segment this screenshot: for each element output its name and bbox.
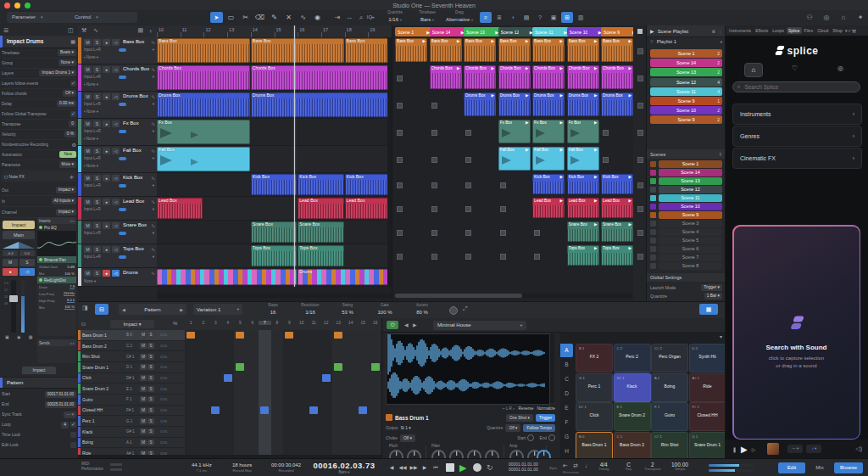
- track-header[interactable]: MS●◁Tops Box∿Input L+R▾: [78, 244, 157, 268]
- gear-icon[interactable]: ⚙: [72, 142, 76, 148]
- pattern-param-accent[interactable]: Accent80 %: [405, 304, 439, 315]
- solo-button[interactable]: S: [93, 246, 101, 253]
- clip-play-icon[interactable]: ▶: [526, 65, 528, 72]
- record-arm-button[interactable]: ●: [103, 270, 110, 277]
- track-header[interactable]: MS●◁Bass Box∿Input L+R▾▪ None ▾: [78, 37, 157, 64]
- checkbox-checked[interactable]: ✓: [70, 111, 76, 117]
- checkbox-checked[interactable]: ✓: [70, 81, 76, 87]
- bank-tab-A[interactable]: A: [560, 344, 573, 357]
- inspector-row-value[interactable]: 0.00 ms: [57, 100, 76, 107]
- scene-list-item[interactable]: Scene 8: [650, 262, 722, 270]
- pad-rim-shot[interactable]: C# 1Rim Shot: [651, 432, 688, 460]
- pad-snare-drum-1[interactable]: D 1Snare Drum 1: [689, 432, 726, 460]
- lane-solo-button[interactable]: S: [147, 343, 154, 349]
- launcher-clip[interactable]: Drums Box▶: [567, 92, 599, 116]
- launcher-clip[interactable]: Bass Box▶: [498, 38, 531, 62]
- wrench-icon[interactable]: ⚒: [81, 27, 86, 34]
- monitor-button[interactable]: ◁: [112, 39, 120, 46]
- pattern-step-cell[interactable]: [236, 363, 244, 371]
- user-icon[interactable]: ⚇: [804, 12, 815, 23]
- launcher-clip[interactable]: Lead Box▶: [532, 198, 565, 218]
- audio-clip[interactable]: Tops Box: [251, 245, 297, 266]
- pattern-lane-header[interactable]: Bass Drum 1B 0MS1/16: [78, 330, 185, 341]
- empty-slot-stop[interactable]: [465, 130, 471, 136]
- launcher-clip[interactable]: Bass Box▶: [601, 38, 633, 62]
- insert-param-value[interactable]: 100 %: [64, 272, 75, 276]
- sample-waveform-display[interactable]: [386, 333, 550, 405]
- launcher-clip[interactable]: Fx Box▶: [498, 120, 531, 143]
- control-dropdown[interactable]: Control▾: [70, 12, 137, 23]
- playlist-menu-icon[interactable]: ≣: [712, 29, 715, 34]
- lane-solo-button[interactable]: S: [147, 332, 154, 338]
- solo-button[interactable]: S: [93, 270, 101, 277]
- pattern-step-cell[interactable]: [322, 374, 331, 382]
- playlist-scene-entry[interactable]: Scene 102: [650, 106, 722, 115]
- stacks-icon[interactable]: ◎: [837, 64, 843, 72]
- mute-button[interactable]: M: [84, 148, 92, 154]
- pattern-param-swing[interactable]: Swing53 %: [331, 304, 364, 315]
- launcher-clip[interactable]: Chords Box▶: [430, 65, 462, 89]
- editor-pin-icon[interactable]: ◨: [82, 305, 88, 311]
- position-display[interactable]: 00016.02.03.73Bars ▾: [305, 461, 383, 474]
- track-header[interactable]: MS●◁Lead Box∿Input L+R▾: [78, 197, 157, 221]
- launcher-clip[interactable]: Kick Box▶: [532, 174, 565, 194]
- inspector-row-value[interactable]: Off ▾: [63, 90, 76, 97]
- mute-tool-icon[interactable]: ✕: [282, 12, 295, 23]
- launcher-clip[interactable]: Tops Box▶: [601, 245, 633, 266]
- position-unit[interactable]: Bars ▾: [305, 470, 383, 474]
- edit-view-button[interactable]: Edit: [778, 462, 805, 473]
- automation-selector[interactable]: ▪ None ▾: [84, 109, 98, 114]
- track-header[interactable]: MS●◁Chords Box∿Input L+R▾▪ None ▾: [78, 64, 157, 92]
- h-scrollbar[interactable]: [157, 294, 392, 298]
- clip-play-icon[interactable]: ▶: [629, 221, 632, 228]
- pattern-step-cell[interactable]: [359, 406, 367, 414]
- lane-mute-button[interactable]: M: [140, 354, 147, 360]
- lane-solo-button[interactable]: S: [147, 386, 154, 392]
- monitor-button[interactable]: ◁: [112, 120, 120, 127]
- audio-clip[interactable]: Drums Box: [157, 92, 250, 117]
- audio-clip[interactable]: Snare Box: [298, 221, 343, 243]
- pad-bass-drum-1[interactable]: B 0Bass Drum 1: [576, 432, 613, 460]
- expand-editor-icon[interactable]: ⤢: [463, 305, 468, 312]
- audio-clip[interactable]: Tops Box: [298, 245, 343, 266]
- pan-control[interactable]: [3, 241, 35, 249]
- pan-value-right[interactable]: 0.0: [19, 250, 35, 256]
- empty-slot-stop[interactable]: [397, 130, 403, 136]
- monitor-button[interactable]: ◁: [112, 270, 120, 277]
- clip-play-icon[interactable]: ▶: [560, 147, 563, 154]
- grid-icon[interactable]: ⊞: [561, 12, 573, 23]
- empty-slot-stop[interactable]: [465, 230, 471, 236]
- scene-list-item[interactable]: Scene 9: [650, 211, 722, 219]
- quantize-value[interactable]: 1 Bar ▾: [704, 293, 722, 300]
- empty-slot-stop[interactable]: [397, 206, 403, 212]
- playlist-scene-entry[interactable]: Scene 124: [650, 78, 722, 87]
- rewind-button[interactable]: ◀◀: [398, 462, 408, 473]
- empty-slot-stop[interactable]: [603, 130, 609, 136]
- pattern-param-value[interactable]: 100 %: [368, 310, 402, 315]
- empty-slot-stop[interactable]: [500, 254, 506, 260]
- lane-solo-button[interactable]: S: [147, 354, 154, 360]
- plugin-active-dot[interactable]: [39, 258, 42, 261]
- automation-selector[interactable]: ▪ None ▾: [84, 82, 98, 87]
- pad-snare-drum-2[interactable]: E 1Snare Drum 2: [614, 402, 651, 431]
- input-toggle[interactable]: [119, 130, 126, 133]
- inspector-row-value[interactable]: None ▾: [58, 59, 76, 66]
- clip-play-icon[interactable]: ▶: [629, 38, 632, 45]
- record-arm-button[interactable]: ●: [103, 66, 110, 73]
- scene-list-item[interactable]: Scene 1: [650, 160, 722, 168]
- browser-tab-loops[interactable]: Loops: [771, 27, 786, 34]
- snap-icon[interactable]: ⌗: [480, 12, 492, 23]
- inspector-row-value[interactable]: Mute ▾: [59, 161, 76, 168]
- input-toggle[interactable]: [119, 208, 126, 211]
- solo-button[interactable]: S: [19, 259, 35, 266]
- main-bus-button[interactable]: Main: [3, 231, 35, 239]
- launcher-clip[interactable]: Chords Box▶: [601, 65, 633, 89]
- clip-play-icon[interactable]: ▶: [560, 38, 563, 45]
- playlist-scene-entry[interactable]: Scene 142: [650, 59, 722, 67]
- track-header[interactable]: MS●◁Fx Box∿Input L+R▾▪ None ▾: [78, 119, 157, 146]
- launcher-clip[interactable]: Fall Box▶: [567, 147, 599, 171]
- lane-mute-button[interactable]: M: [140, 407, 147, 413]
- launcher-clip[interactable]: Bass Box▶: [430, 38, 462, 62]
- empty-slot-stop[interactable]: [534, 254, 540, 260]
- stop-button[interactable]: [446, 463, 454, 472]
